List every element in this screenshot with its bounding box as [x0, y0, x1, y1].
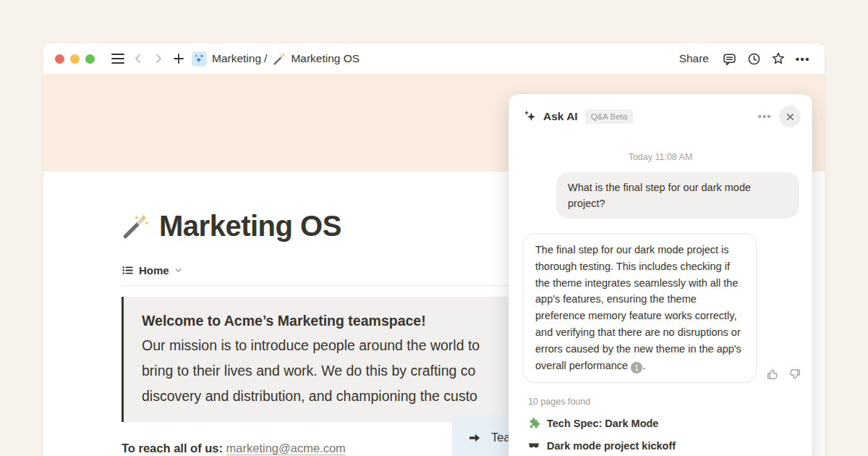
traffic-lights: [55, 54, 95, 64]
more-options-button[interactable]: •••: [793, 48, 813, 69]
comment-icon: [723, 52, 736, 66]
contact-email-link[interactable]: marketing@acme.com: [226, 442, 346, 455]
result-page-label: Dark mode project kickoff: [547, 440, 676, 452]
share-button[interactable]: Share: [673, 49, 715, 68]
pages-found-label: 10 pages found: [528, 397, 812, 407]
ai-response-text: The final step for our dark mode project…: [535, 244, 741, 371]
ask-ai-panel: Ask AI Q&A Beta ••• Today 11:08 AM What …: [509, 94, 812, 456]
chevron-right-icon: [152, 52, 165, 65]
magic-wand-icon: [273, 52, 286, 66]
new-page-button[interactable]: [169, 48, 189, 69]
puzzle-icon: [528, 418, 540, 429]
sunglasses-icon: [528, 440, 540, 452]
ask-ai-header: Ask AI Q&A Beta •••: [509, 94, 812, 127]
feedback-buttons: [766, 368, 801, 381]
welcome-callout: Welcome to Acme’s Marketing teamspace! O…: [122, 297, 509, 422]
ai-sparkle-icon: [524, 110, 537, 123]
ai-response-bubble: The final step for our dark mode project…: [523, 233, 757, 383]
callout-body-line: bring to their lives and work. We do thi…: [142, 358, 509, 384]
clock-icon: [747, 52, 761, 66]
breadcrumb-page[interactable]: Marketing OS: [291, 52, 359, 65]
forward-button[interactable]: [148, 48, 169, 69]
tab-home-label: Home: [139, 264, 169, 276]
maximize-window-button[interactable]: [85, 54, 95, 64]
minimize-window-button[interactable]: [70, 54, 80, 64]
thumbs-up-icon[interactable]: [766, 368, 779, 381]
user-message-bubble: What is the final step for our dark mode…: [556, 172, 799, 219]
thumbs-down-icon[interactable]: [788, 368, 801, 381]
callout-body-line: Our mission is to introduce people aroun…: [142, 333, 509, 358]
citation-suffix: .: [642, 360, 645, 371]
list-view-icon: [122, 264, 134, 276]
window-toolbar: Marketing / Marketing OS Share: [43, 43, 825, 74]
comments-button[interactable]: [719, 48, 739, 69]
citation-badge[interactable]: 1: [631, 362, 642, 373]
team-card-label: Tea: [491, 431, 511, 444]
sidebar-menu-button[interactable]: [108, 48, 128, 69]
page-icon-magic-wand[interactable]: [122, 213, 149, 240]
back-button[interactable]: [128, 48, 148, 69]
callout-body-line: discovery and distribution, and champion…: [142, 384, 509, 409]
result-page-label: Tech Spec: Dark Mode: [547, 418, 658, 429]
ask-ai-title: Ask AI: [543, 110, 578, 123]
panel-close-button[interactable]: [779, 106, 801, 127]
close-window-button[interactable]: [55, 54, 64, 64]
breadcrumb-team[interactable]: Marketing: [212, 52, 261, 65]
chat-timestamp: Today 11:08 AM: [509, 152, 812, 162]
star-icon: [771, 51, 786, 66]
contact-label: To reach all of us:: [122, 442, 223, 455]
close-icon: [786, 112, 795, 122]
callout-heading: Welcome to Acme’s Marketing teamspace!: [142, 309, 509, 333]
history-button[interactable]: [744, 48, 764, 69]
qa-beta-badge: Q&A Beta: [585, 109, 634, 124]
result-page-link[interactable]: Dark mode project kickoff: [528, 440, 812, 452]
blue-sparkle-icon: [194, 54, 205, 64]
breadcrumb-separator: /: [264, 52, 267, 65]
favorite-button[interactable]: [768, 48, 788, 69]
chevron-left-icon: [132, 52, 145, 65]
page-title: Marketing OS: [159, 210, 341, 242]
result-page-link[interactable]: Tech Spec: Dark Mode: [528, 418, 812, 429]
panel-more-button[interactable]: •••: [758, 111, 772, 122]
ai-sparkle-badge-icon: [192, 51, 207, 67]
plus-icon: [172, 52, 185, 65]
chevron-down-icon: [174, 266, 182, 274]
right-arrow-icon: [467, 431, 482, 445]
